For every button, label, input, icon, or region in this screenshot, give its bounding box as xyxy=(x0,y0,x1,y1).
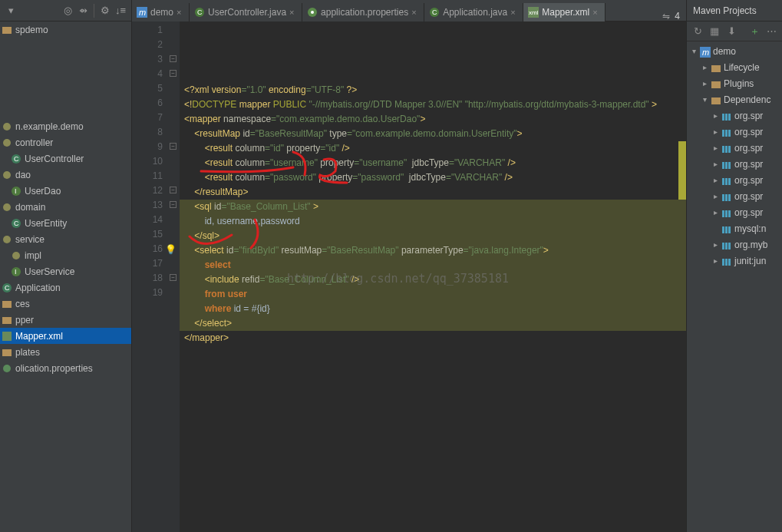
code-line[interactable]: <result column="password" property="pass… xyxy=(180,170,686,185)
code-line[interactable]: <result column="id" property="id" /> xyxy=(180,141,686,156)
project-tree-item[interactable]: controller xyxy=(0,134,131,150)
bulb-icon[interactable]: 💡 xyxy=(165,244,177,255)
expand-icon[interactable]: ▾ xyxy=(701,95,708,104)
code-line[interactable]: <include refid="Base_Column_List" /> xyxy=(180,273,686,287)
fold-icon[interactable]: − xyxy=(170,143,177,150)
sort-icon[interactable]: ↓≡ xyxy=(114,5,127,17)
maven-tree-item[interactable]: ▸org.spr xyxy=(687,172,782,188)
expand-icon[interactable]: ▸ xyxy=(711,192,719,200)
download-icon[interactable]: ⬇ xyxy=(725,25,737,38)
editor[interactable]: 123−4−56789−101112−13−141516💡1718−19 <?x… xyxy=(132,21,686,532)
fold-icon[interactable]: − xyxy=(170,70,177,77)
code-line[interactable]: <?xml version="1.0" encoding="UTF-8" ?> xyxy=(180,83,686,97)
code-line[interactable]: select xyxy=(180,258,686,273)
maven-tree-item[interactable]: ▸org.spr xyxy=(687,188,782,204)
maven-tree-item[interactable]: ▸org.spr xyxy=(687,156,782,172)
expand-icon[interactable]: ▸ xyxy=(701,79,708,88)
maven-tree-item[interactable]: ▾Dependenc xyxy=(687,91,782,107)
editor-right-toggle[interactable]: ⇋ 4 xyxy=(656,11,686,21)
code-line[interactable]: <sql id="Base_Column_List" > xyxy=(180,200,686,214)
project-tree-item[interactable]: plates xyxy=(0,344,131,360)
code-line[interactable]: </sql> xyxy=(180,229,686,243)
generate-sources-icon[interactable]: ▦ xyxy=(708,25,721,38)
project-tree-item[interactable]: Mapper.xml xyxy=(0,328,131,344)
project-tree-item[interactable]: IUserDao xyxy=(0,183,131,199)
code-line[interactable]: where id = #{id} xyxy=(180,302,686,316)
close-icon[interactable]: × xyxy=(510,8,518,17)
code-line[interactable]: <result column="username" property="user… xyxy=(180,156,686,170)
add-icon[interactable]: ＋ xyxy=(748,25,761,38)
project-tree-item[interactable]: IUserService xyxy=(0,263,131,279)
close-icon[interactable]: × xyxy=(289,8,297,17)
expand-icon[interactable]: ▸ xyxy=(711,160,719,168)
tab-application-properties[interactable]: application.properties × xyxy=(302,3,424,21)
project-tree-item[interactable]: n.example.demo xyxy=(0,118,131,134)
tab-mapper-xml[interactable]: xml Mapper.xml × xyxy=(523,3,605,21)
fold-icon[interactable]: − xyxy=(170,201,177,208)
code-line[interactable]: </select> xyxy=(180,316,686,331)
project-tree-item[interactable]: dao xyxy=(0,167,131,183)
project-tree-item[interactable]: ces xyxy=(0,296,131,312)
code-line[interactable]: <mapper namespace="com.example.demo.dao.… xyxy=(180,112,686,127)
tab-usercontroller[interactable]: C UserController.java × xyxy=(190,3,302,21)
maven-tree-item[interactable]: ▸Plugins xyxy=(687,75,782,91)
maven-tree-item[interactable]: ▾mdemo xyxy=(687,43,782,59)
expand-icon[interactable]: ▸ xyxy=(711,127,719,136)
maven-tree-item[interactable]: ▸org.myb xyxy=(687,236,782,253)
code-area[interactable]: <?xml version="1.0" encoding="UTF-8" ?><… xyxy=(180,21,686,532)
close-icon[interactable]: × xyxy=(592,8,600,17)
expand-icon[interactable]: ▸ xyxy=(711,111,719,120)
project-tree-item[interactable]: pper xyxy=(0,312,131,328)
code-line[interactable] xyxy=(180,345,686,360)
line-number: 6 xyxy=(132,97,180,112)
code-line[interactable]: </mapper> xyxy=(180,331,686,345)
refresh-icon[interactable]: ↻ xyxy=(691,25,704,38)
maven-tree-item[interactable]: ▸Lifecycle xyxy=(687,59,782,75)
fold-icon[interactable]: − xyxy=(170,274,177,281)
project-tree-item[interactable]: impl xyxy=(0,247,131,263)
maven-tree-item[interactable]: ▸org.spr xyxy=(687,107,782,124)
expand-icon[interactable]: ▸ xyxy=(701,63,708,71)
expand-icon[interactable]: ▸ xyxy=(711,176,719,184)
dropdown-arrow-icon[interactable]: ▾ xyxy=(5,5,17,17)
code-line[interactable]: <!DOCTYPE mapper PUBLIC "-//mybatis.org/… xyxy=(180,97,686,112)
tab-demo[interactable]: m demo × xyxy=(132,3,190,21)
collapse-icon[interactable]: ⇴ xyxy=(77,5,89,17)
maven-projects-title[interactable]: Maven Projects xyxy=(686,0,782,21)
close-icon[interactable]: × xyxy=(411,8,419,17)
project-tree-item[interactable]: service xyxy=(0,231,131,247)
code-line[interactable]: <select id="findById" resultMap="BaseRes… xyxy=(180,243,686,258)
expand-icon[interactable]: ▸ xyxy=(711,240,719,249)
tree-item-label: Mapper.xml xyxy=(15,331,63,342)
expand-icon[interactable]: ▸ xyxy=(711,144,719,152)
project-tree-item[interactable]: spdemo xyxy=(0,21,131,38)
fold-icon[interactable]: − xyxy=(170,55,177,62)
gear-icon[interactable]: ⚙ xyxy=(99,5,111,17)
tree-item-label: plates xyxy=(15,347,40,358)
close-icon[interactable]: × xyxy=(177,8,184,17)
fold-icon[interactable]: − xyxy=(170,187,177,193)
target-icon[interactable]: ◎ xyxy=(61,5,74,17)
expand-icon[interactable]: ▾ xyxy=(690,47,698,55)
code-line[interactable]: from user xyxy=(180,287,686,302)
maven-tree-item[interactable]: ▸org.spr xyxy=(687,140,782,156)
expand-icon[interactable]: ▸ xyxy=(711,208,719,216)
maven-tree-item[interactable]: ▸junit:jun xyxy=(687,253,782,269)
maven-tree-item[interactable]: ▸org.spr xyxy=(687,124,782,140)
code-line[interactable]: id, username,password xyxy=(180,214,686,229)
tree-item-label: UserDao xyxy=(25,186,61,197)
maven-tree-item[interactable]: mysql:n xyxy=(687,220,782,236)
tab-application-java[interactable]: C Application.java × xyxy=(424,3,523,21)
project-tree-item[interactable]: CApplication xyxy=(0,279,131,296)
svg-rect-30 xyxy=(2,349,12,356)
code-line[interactable]: <resultMap id="BaseResultMap" type="com.… xyxy=(180,127,686,141)
maven-tree-item[interactable]: ▸org.spr xyxy=(687,204,782,220)
code-line[interactable]: </resultMap> xyxy=(180,185,686,200)
project-tree-item[interactable]: olication.properties xyxy=(0,360,131,376)
project-tree-item[interactable]: CUserEntity xyxy=(0,215,131,231)
more-icon[interactable]: ⋯ xyxy=(765,25,777,38)
svg-rect-54 xyxy=(728,194,731,201)
expand-icon[interactable]: ▸ xyxy=(711,256,719,265)
project-tree-item[interactable]: domain xyxy=(0,199,131,215)
project-tree-item[interactable]: CUserController xyxy=(0,150,131,167)
